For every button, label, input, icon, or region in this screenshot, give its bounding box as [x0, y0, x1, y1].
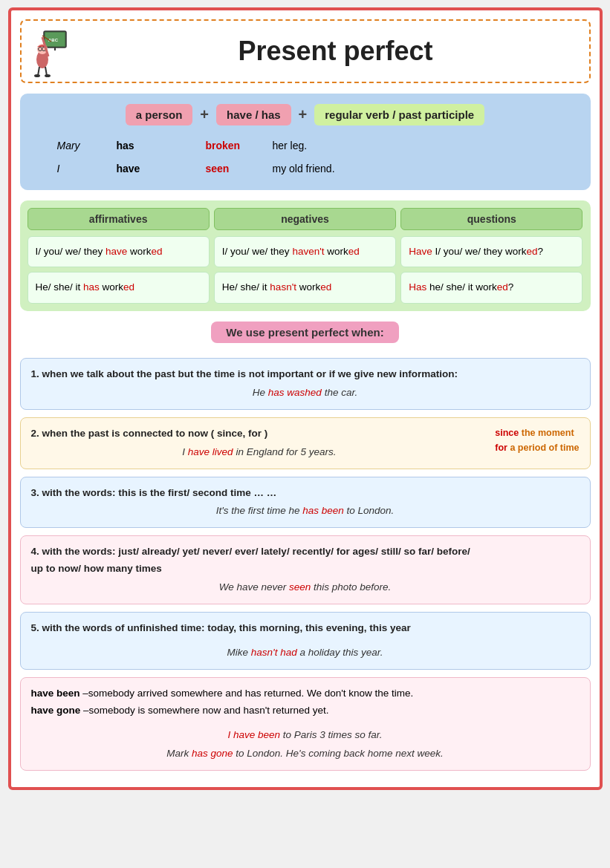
page-title: Present perfect [90, 36, 582, 67]
rule-6-title-1: have been –somebody arrived somewhere an… [31, 685, 580, 702]
rule-5-title: 5. with the words of unfinished time: to… [31, 620, 580, 637]
grammar-q-1: Have I/ you/ we/ they worked? [400, 236, 583, 267]
ex-rest-1: her leg. [270, 134, 579, 157]
plus2: + [299, 106, 308, 123]
rule-1-example: He has washed the car. [31, 385, 580, 402]
rule-box-1: 1. when we talk about the past but the t… [20, 358, 591, 410]
grammar-header-negatives: negatives [214, 208, 396, 230]
rule-1-title: 1. when we talk about the past but the t… [31, 366, 580, 383]
formula-row: a person + have / has + regular verb / p… [32, 104, 579, 125]
grammar-neg-1: I/ you/ we/ they haven't worked [214, 236, 396, 267]
grammar-aff-2: He/ she/ it has worked [27, 272, 210, 303]
rule-6-title-2: have gone –somebody is somewhere now and… [31, 702, 580, 719]
page: ABC [8, 7, 603, 790]
rule-4-example: We have never seen this photo before. [31, 579, 580, 596]
svg-point-12 [34, 74, 40, 77]
use-when-title: We use present perfect when: [211, 322, 398, 343]
grammar-body-row-2: He/ she/ it has worked He/ she/ it hasn'… [27, 272, 583, 303]
rule-2-sidenote: since the momentfor a period of time [495, 425, 579, 455]
ex-name-1: Mary [54, 134, 114, 157]
rule-6-example-2: Mark has gone to London. He's coming bac… [31, 745, 580, 763]
rule-box-2: since the momentfor a period of time 2. … [20, 417, 591, 469]
ex-rest-2: my old friend. [270, 157, 579, 180]
header: ABC [20, 19, 591, 83]
rule-2-title-text: 2. when the past is connected to now ( s… [31, 428, 268, 439]
ex-name-2: I [54, 157, 114, 180]
plus1: + [200, 106, 209, 123]
rule-box-3: 3. with the words: this is the first/ se… [20, 477, 591, 529]
formula-box: a person + have / has + regular verb / p… [20, 94, 591, 190]
rule-3-title: 3. with the words: this is the first/ se… [31, 485, 580, 502]
ex-verb-2: have [114, 157, 203, 180]
grammar-aff-1: I/ you/ we/ they have worked [27, 236, 210, 267]
rule-box-6: have been –somebody arrived somewhere an… [20, 677, 591, 771]
formula-pill-have: have / has [216, 104, 291, 125]
ex-pp-2: seen [203, 157, 270, 180]
grammar-header-affirmatives: affirmatives [27, 208, 210, 230]
rule-3-example: It's the first time he has been to Londo… [31, 503, 580, 520]
grammar-q-2: Has he/ she/ it worked? [400, 272, 583, 303]
rule-box-5: 5. with the words of unfinished time: to… [20, 612, 591, 670]
rule-2-title: since the momentfor a period of time 2. … [31, 425, 580, 443]
grammar-header-questions: questions [400, 208, 583, 230]
formula-pill-verb: regular verb / past participle [314, 104, 484, 125]
svg-point-13 [45, 74, 51, 77]
rule-6-example-1: I have been to Paris 3 times so far. [31, 727, 580, 744]
rule-box-4: 4. with the words: just/ already/ yet/ n… [20, 535, 591, 604]
grammar-section: affirmatives negatives questions I/ you/… [20, 200, 591, 311]
grammar-header-row: affirmatives negatives questions [27, 208, 583, 230]
use-when-container: We use present perfect when: [20, 322, 591, 350]
formula-pill-person: a person [126, 104, 193, 125]
ex-verb-1: has [114, 134, 203, 157]
rule-4-title: 4. with the words: just/ already/ yet/ n… [31, 544, 580, 578]
grammar-body-row-1: I/ you/ we/ they have worked I/ you/ we/… [27, 236, 583, 267]
examples-table: Mary has broken her leg. I have seen my … [32, 134, 579, 180]
ex-pp-1: broken [203, 134, 270, 157]
grammar-neg-2: He/ she/ it hasn't worked [214, 272, 396, 303]
rule-5-example: Mike hasn't had a holiday this year. [31, 645, 580, 662]
teacher-illustration: ABC [29, 25, 81, 77]
